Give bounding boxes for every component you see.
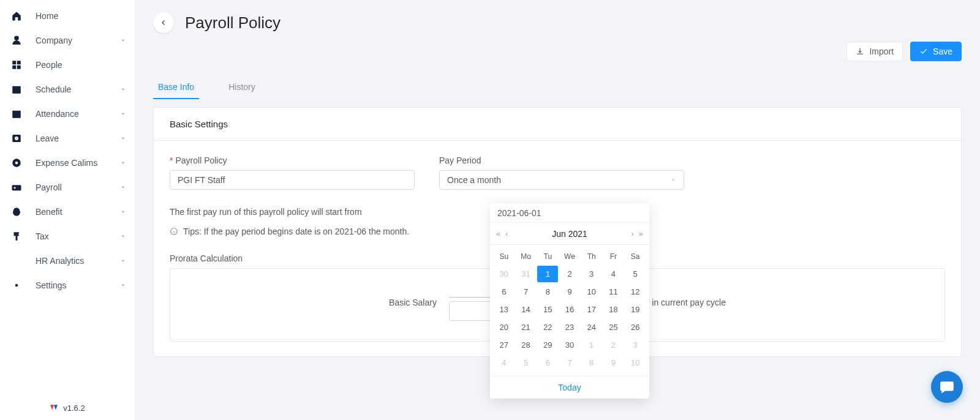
sidebar-item-leave[interactable]: Leave [0, 126, 135, 151]
dp-day[interactable]: 31 [516, 266, 537, 282]
dp-day[interactable]: 2 [559, 266, 580, 282]
dp-day[interactable]: 6 [494, 283, 514, 300]
dp-day[interactable]: 10 [581, 283, 602, 300]
dp-day[interactable]: 4 [603, 266, 624, 282]
dp-prev-year[interactable]: « [496, 229, 500, 238]
dp-day[interactable]: 6 [537, 354, 558, 371]
sidebar-item-attendance[interactable]: Attendance [0, 102, 135, 126]
sidebar-item-label: People [36, 60, 62, 70]
dp-next-year[interactable]: » [639, 229, 643, 238]
sidebar-item-payroll[interactable]: Payroll [0, 175, 135, 200]
dp-day[interactable]: 29 [537, 337, 558, 353]
dp-day[interactable]: 30 [559, 337, 580, 353]
tab-base-info[interactable]: Base Info [153, 76, 199, 99]
dp-day[interactable]: 9 [603, 354, 624, 371]
dp-day[interactable]: 8 [581, 354, 602, 371]
dp-day[interactable]: 1 [581, 337, 602, 353]
dp-today-link[interactable]: Today [558, 383, 581, 392]
dp-day[interactable]: 24 [581, 319, 602, 336]
sidebar-item-label: Schedule [36, 84, 71, 94]
dp-day[interactable]: 17 [581, 301, 602, 318]
svg-rect-10 [12, 185, 21, 190]
dp-day[interactable]: 28 [516, 337, 537, 353]
dp-day[interactable]: 23 [559, 319, 580, 336]
settings-icon [11, 280, 22, 291]
dp-day[interactable]: 16 [559, 301, 580, 318]
schedule-icon [11, 84, 22, 95]
dp-day[interactable]: 22 [537, 319, 558, 336]
dp-prev-month[interactable]: ‹ [505, 229, 508, 238]
dp-dow: Tu [537, 249, 558, 264]
dp-day[interactable]: 10 [625, 354, 646, 371]
back-button[interactable] [153, 12, 174, 33]
sidebar-item-analytics[interactable]: HR Analytics [0, 249, 135, 273]
import-button[interactable]: Import [846, 42, 903, 61]
chat-icon [939, 379, 955, 395]
sidebar-item-settings[interactable]: Settings [0, 273, 135, 298]
save-button[interactable]: Save [910, 42, 962, 61]
policy-label: *Payroll Policy [170, 156, 415, 165]
prorata-left: Basic Salary [389, 298, 437, 307]
sidebar-item-tax[interactable]: Tax [0, 224, 135, 249]
dp-day[interactable]: 1 [537, 266, 558, 282]
sidebar-item-label: Home [36, 11, 58, 21]
sidebar-item-label: Benefit [36, 207, 62, 217]
chevron-down-icon [120, 258, 126, 264]
dp-day[interactable]: 14 [516, 301, 537, 318]
datepicker-input[interactable]: 2021-06-01 [490, 203, 649, 223]
sidebar-item-label: Company [36, 36, 72, 45]
sidebar-item-schedule[interactable]: Schedule [0, 77, 135, 102]
dp-month-label[interactable]: Jun 2021 [552, 229, 587, 239]
dp-day[interactable]: 3 [625, 337, 646, 353]
dp-day[interactable]: 7 [559, 354, 580, 371]
pay-period-value: Once a month [447, 175, 501, 185]
dp-day[interactable]: 9 [559, 283, 580, 300]
sidebar-item-home[interactable]: Home [0, 4, 135, 28]
dp-day[interactable]: 25 [603, 319, 624, 336]
dp-day[interactable]: 4 [494, 354, 514, 371]
chevron-down-icon [120, 184, 126, 190]
dp-day[interactable]: 27 [494, 337, 514, 353]
dp-day[interactable]: 8 [537, 283, 558, 300]
dp-day[interactable]: 5 [625, 266, 646, 282]
dp-day[interactable]: 5 [516, 354, 537, 371]
svg-point-9 [15, 162, 18, 165]
tab-history[interactable]: History [224, 76, 260, 99]
expense-icon [11, 157, 22, 168]
sidebar-item-company[interactable]: Company [0, 28, 135, 53]
main-content: Payroll Policy Import Save Base Info His… [135, 0, 980, 420]
chevron-down-icon [120, 209, 126, 215]
dp-day[interactable]: 15 [537, 301, 558, 318]
dp-dow: Su [494, 249, 514, 264]
dp-day[interactable]: 20 [494, 319, 514, 336]
sidebar-item-benefit[interactable]: Benefit [0, 200, 135, 224]
dp-day[interactable]: 12 [625, 283, 646, 300]
dp-day[interactable]: 26 [625, 319, 646, 336]
sidebar-item-label: HR Analytics [36, 256, 84, 266]
chat-fab[interactable] [931, 371, 963, 403]
sidebar-item-expense[interactable]: Expense Calims [0, 151, 135, 175]
dp-day[interactable]: 13 [494, 301, 514, 318]
sidebar-item-label: Leave [36, 133, 59, 143]
dp-day[interactable]: 3 [581, 266, 602, 282]
chevron-down-icon [120, 233, 126, 239]
policy-input[interactable] [170, 170, 415, 190]
dp-next-month[interactable]: › [631, 229, 633, 238]
svg-rect-0 [12, 61, 16, 64]
dp-day[interactable]: 7 [516, 283, 537, 300]
chevron-down-icon [120, 160, 126, 166]
sidebar-item-people[interactable]: People [0, 53, 135, 77]
dp-day[interactable]: 11 [603, 283, 624, 300]
dp-day[interactable]: 18 [603, 301, 624, 318]
import-label: Import [869, 47, 894, 56]
company-icon [11, 35, 22, 46]
payroll-icon [11, 182, 22, 193]
page-title: Payroll Policy [185, 13, 281, 32]
dp-day[interactable]: 2 [603, 337, 624, 353]
dp-day[interactable]: 21 [516, 319, 537, 336]
dp-dow: Th [581, 249, 602, 264]
dp-day[interactable]: 30 [494, 266, 514, 282]
dp-day[interactable]: 19 [625, 301, 646, 318]
datepicker-popover: 2021-06-01 « ‹ Jun 2021 › » SuMoTuWeThFr… [490, 203, 649, 399]
pay-period-select[interactable]: Once a month [439, 170, 684, 190]
